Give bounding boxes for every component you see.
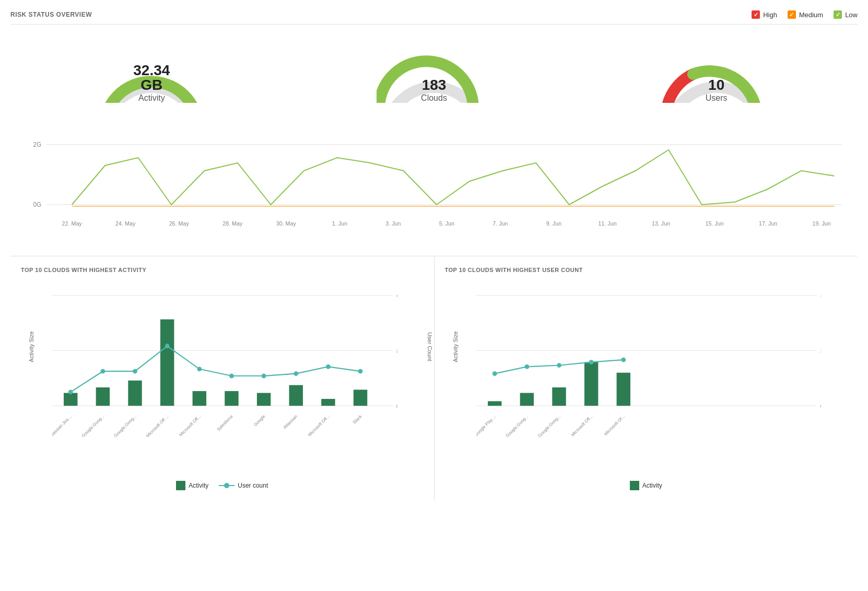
activity-bar-svg: 18.63 GB 9.31 GB 0.00 B 40 20 0 (52, 281, 397, 448)
svg-text:Microsoft Off ...: Microsoft Off ... (145, 413, 170, 438)
users-bar-0 (488, 401, 501, 406)
svg-text:Atlassian: Atlassian (282, 413, 298, 430)
activity-value: 32.34 GB (123, 63, 180, 92)
users-bar-4 (616, 373, 630, 406)
users-bar-3 (584, 362, 597, 406)
activity-legend-usercount-label: User count (238, 482, 268, 489)
line-chart-svg: 2G 0G 22. May 24. May 26. May 28. May 30… (21, 129, 847, 233)
users-gauge-visual: 10 Users (659, 40, 774, 103)
activity-chart-legend: Activity User count (21, 481, 424, 490)
low-label: Low (845, 11, 858, 19)
clouds-gauge: 183 Clouds (356, 40, 512, 103)
svg-point-60 (557, 363, 561, 368)
users-bar-2 (552, 387, 566, 406)
svg-text:1. Jun: 1. Jun (332, 220, 347, 227)
svg-point-58 (492, 371, 497, 376)
activity-gauge-visual: 32.34 GB Activity (94, 40, 209, 103)
svg-text:Microsoft Of...: Microsoft Of... (603, 413, 626, 436)
svg-text:19. Jun: 19. Jun (813, 220, 831, 227)
activity-legend-activity: Activity (176, 481, 208, 490)
risk-header: RISK STATUS OVERVIEW High Medium Low (10, 10, 858, 25)
svg-text:0: 0 (396, 403, 397, 409)
bar-7 (289, 385, 303, 406)
activity-legend-usercount: User count (219, 481, 268, 490)
dashboard: RISK STATUS OVERVIEW High Medium Low (0, 0, 868, 591)
bar-6 (257, 393, 271, 406)
usercount-line-icon (219, 485, 234, 486)
activity-chart-title: TOP 10 CLOUDS WITH HIGHEST ACTIVITY (21, 267, 424, 273)
activity-color-box (176, 481, 185, 490)
user-count-chart-panel: TOP 10 CLOUDS WITH HIGHEST USER COUNT Ac… (435, 256, 858, 501)
svg-point-35 (262, 374, 266, 379)
line-chart-section: 2G 0G 22. May 24. May 26. May 28. May 30… (10, 124, 858, 240)
svg-text:Salesforce: Salesforce (216, 413, 234, 432)
legend-medium: Medium (788, 10, 823, 19)
legend: High Medium Low (752, 10, 858, 19)
bar-2 (128, 381, 142, 406)
activity-y-left-label: Activity Size (28, 331, 34, 362)
user-count-bar-svg: 18.63 GB 9.31 GB 0.00 B 40 20 0 (476, 281, 822, 448)
svg-text:15. Jun: 15. Jun (705, 220, 723, 227)
svg-point-30 (100, 369, 105, 374)
activity-chart-panel: TOP 10 CLOUDS WITH HIGHEST ACTIVITY Acti… (10, 256, 435, 501)
gauges-section: 32.34 GB Activity 183 Clouds (10, 30, 858, 113)
users-color-box (630, 481, 639, 490)
svg-text:Atlassian Jira ...: Atlassian Jira ... (52, 413, 73, 439)
activity-label: Activity (123, 93, 180, 103)
risk-status-title: RISK STATUS OVERVIEW (10, 11, 92, 18)
svg-point-34 (229, 374, 234, 379)
users-y-left-label: Activity Size (452, 331, 458, 362)
bar-0 (64, 393, 77, 406)
svg-text:9. Jun: 9. Jun (546, 220, 561, 227)
svg-text:2G: 2G (33, 141, 41, 148)
clouds-value: 183 (421, 78, 447, 92)
users-label: Users (706, 93, 728, 103)
svg-text:13. Jun: 13. Jun (652, 220, 670, 227)
svg-text:Google.Goog...: Google.Goog... (80, 413, 105, 438)
svg-text:22. May: 22. May (62, 220, 83, 227)
svg-text:3. Jun: 3. Jun (385, 220, 401, 227)
svg-text:7. Jun: 7. Jun (492, 220, 508, 227)
svg-point-61 (589, 360, 593, 364)
users-chart-legend: Activity (445, 481, 848, 490)
svg-point-31 (133, 369, 137, 374)
users-gauge-center: 10 Users (706, 78, 728, 103)
bar-3 (160, 320, 174, 406)
svg-text:Google Play ...: Google Play ... (476, 413, 497, 438)
bar-8 (321, 399, 335, 406)
bar-9 (354, 389, 367, 406)
users-value: 10 (706, 78, 728, 92)
clouds-gauge-visual: 183 Clouds (377, 40, 491, 103)
svg-text:0G: 0G (33, 201, 41, 208)
svg-text:Google.Goog...: Google.Goog... (536, 413, 561, 438)
low-checkbox[interactable] (834, 10, 842, 19)
svg-text:Microsoft Off...: Microsoft Off... (570, 413, 593, 437)
svg-text:5. Jun: 5. Jun (439, 220, 454, 227)
high-checkbox[interactable] (752, 10, 760, 19)
bar-5 (225, 391, 238, 406)
svg-point-32 (165, 344, 170, 348)
svg-text:40: 40 (396, 292, 397, 298)
svg-text:Microsoft Off...: Microsoft Off... (307, 413, 331, 437)
svg-point-38 (358, 369, 363, 374)
medium-checkbox[interactable] (788, 10, 796, 19)
users-legend-activity: Activity (630, 481, 662, 490)
activity-y-right-label: User Count (427, 332, 433, 361)
svg-text:28. May: 28. May (222, 220, 243, 227)
svg-text:0: 0 (820, 403, 821, 409)
svg-text:Microsoft Off...: Microsoft Off... (178, 413, 202, 437)
svg-text:20: 20 (820, 348, 821, 353)
svg-text:24. May: 24. May (115, 220, 136, 227)
activity-gauge: 32.34 GB Activity (73, 40, 230, 103)
activity-gauge-center: 32.34 GB Activity (123, 63, 180, 103)
svg-text:30. May: 30. May (276, 220, 297, 227)
medium-label: Medium (799, 11, 823, 19)
high-label: High (763, 11, 777, 19)
users-legend-activity-label: Activity (642, 482, 662, 489)
users-gauge: 10 Users (638, 40, 795, 103)
svg-point-37 (326, 364, 331, 369)
svg-point-62 (621, 358, 626, 362)
clouds-label: Clouds (421, 93, 447, 103)
users-bar-1 (520, 393, 533, 406)
svg-text:Google.Goog...: Google.Goog... (113, 413, 137, 438)
